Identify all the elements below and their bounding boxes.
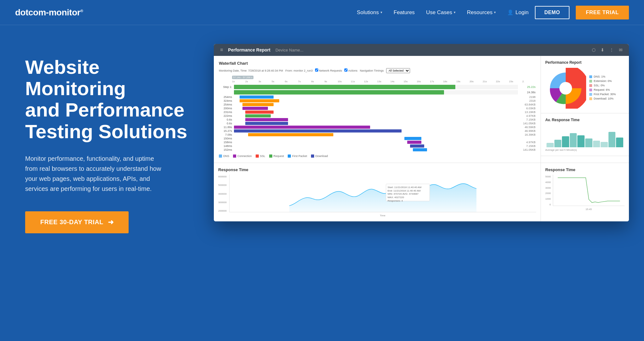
bar-chart-bar [601, 142, 608, 148]
line-chart-svg: Start: 11/21/2018 11:40:40 AM End: 11/21… [229, 175, 536, 212]
pie-legend: DNS: 1% Extension: 0% SSL: 0% Request: 6… [589, 75, 625, 101]
user-icon: 👤 [507, 9, 514, 15]
svg-point-1 [559, 82, 572, 95]
share-icon[interactable]: ⬡ [592, 47, 596, 52]
table-row: 11.89s 46.59KB [219, 126, 536, 129]
line-chart-2-container: 15:45 [553, 175, 625, 211]
table-row: 158ms 4.97KB [219, 141, 536, 144]
logo: dotcom-monitor® [15, 8, 83, 18]
chevron-down-icon: ▾ [454, 10, 456, 14]
nav-resources[interactable]: Resources ▾ [467, 9, 496, 16]
bar-chart-bar [608, 132, 616, 147]
response-time-2-area: 5000 4000 3000 2000 1000 0 [545, 175, 625, 211]
bar-chart-bar [577, 135, 585, 148]
arrow-icon: ➜ [108, 218, 114, 226]
login-label: Login [515, 9, 529, 16]
dashboard-bottom: Response Time 600000 500000 400000 30000… [214, 163, 629, 221]
dashboard-topbar: ≡ Performance Report Device Name... ⬡ ⬇ … [214, 44, 629, 56]
waterfall-title: Waterfall Chart [219, 61, 536, 66]
timescale-row: 1s 2s 3s 5s 6s 7s 8s 9s 10s 11s 12s 13s [219, 80, 536, 83]
nav-links: Solutions ▾ Features Use Cases ▾ Resourc… [357, 9, 496, 16]
menu-icon: ≡ [220, 47, 223, 53]
table-row: 0.6s 141.05KB [219, 122, 536, 125]
line-chart-2-svg [553, 175, 625, 206]
table-row: 0.6s 7.15KB [219, 118, 536, 121]
table-row: 7.09s 16.39KB [219, 133, 536, 136]
bar-chart-subtitle: Average per last 5 Minute(s) [545, 149, 625, 151]
response-time-section-2: Response Time 5000 4000 3000 2000 1000 0 [541, 163, 629, 221]
chevron-down-icon: ▾ [494, 10, 496, 14]
bar-chart-bar [547, 143, 554, 147]
cta-label: FREE 30-DAY TRIAL [40, 219, 103, 226]
waterfall-section: Waterfall Chart Monitoring Date, Time: 7… [214, 56, 541, 163]
hero-left: Website Monitoringand PerformanceTesting… [25, 44, 195, 233]
free-trial-button[interactable]: FREE TRIAL [576, 6, 629, 19]
bar-chart-bar [570, 133, 577, 148]
cta-trial-button[interactable]: FREE 30-DAY TRIAL ➜ [25, 211, 129, 233]
dashboard-title: Performance Report [228, 47, 270, 52]
dashboard-mockup: ≡ Performance Report Device Name... ⬡ ⬇ … [214, 44, 629, 221]
response-time-section-1: Response Time 600000 500000 400000 30000… [214, 163, 541, 221]
nav-features[interactable]: Features [394, 9, 415, 16]
wf-total-row2: 24.38s [219, 90, 536, 95]
x-axis-label-2: 15:45 [553, 208, 625, 211]
nav-solutions[interactable]: Solutions ▾ [357, 9, 382, 16]
demo-button[interactable]: DEMO [535, 6, 569, 19]
table-row: 15.27s 46.99KB [219, 129, 536, 133]
bar-chart-bar [616, 138, 623, 148]
hero-section: Website Monitoringand PerformanceTesting… [0, 25, 644, 308]
bar-chart-area [545, 125, 625, 147]
hero-description: Monitor performance, functionality, and … [25, 154, 195, 194]
pie-area: DNS: 1% Extension: 0% SSL: 0% Request: 6… [545, 68, 625, 109]
nav-auth: 👤 Login DEMO FREE TRIAL [507, 6, 629, 19]
pie-chart-title: Performance Report [545, 60, 625, 65]
wf-total-row1: Step 1: 25.22s [219, 85, 536, 89]
chevron-down-icon: ▾ [380, 10, 382, 14]
y-axis-labels-2: 5000 4000 3000 2000 1000 0 [545, 175, 551, 206]
more-icon[interactable]: ⋮ [609, 47, 614, 52]
close-icon[interactable]: ✉ [619, 47, 623, 52]
bar-chart-bar [562, 136, 569, 147]
login-link[interactable]: 👤 Login [507, 9, 529, 16]
table-row: 254ms 2198 [219, 95, 536, 99]
pie-chart-section: Performance Report [541, 56, 629, 113]
waterfall-legend: DNS Connection SSL Request First Packet … [219, 154, 536, 158]
download-icon[interactable]: ⬇ [601, 47, 604, 52]
svg-text:MIN: 470720 AVG: 4744687: MIN: 470720 AVG: 4744687 [387, 192, 419, 195]
table-row: 222ms 4.97KB [219, 114, 536, 117]
bar-chart-bar [554, 140, 562, 148]
timescale-highlight: 57.14s - 57.266 s [232, 76, 253, 79]
table-row: 152ms 141.05KB [219, 148, 536, 151]
topbar-actions: ⬡ ⬇ ⋮ ✉ [592, 47, 623, 52]
bar-chart-title: Av. Response Time [545, 118, 625, 122]
svg-text:MAX: 4027220: MAX: 4027220 [387, 196, 404, 199]
navbar: dotcom-monitor® Solutions ▾ Features Use… [0, 0, 644, 25]
y-axis-labels: 600000 500000 400000 300000 200000 [218, 175, 227, 212]
svg-text:Start: 11/21/2018 11:40:40 AM: Start: 11/21/2018 11:40:40 AM [387, 186, 421, 189]
line-chart-container: Start: 11/21/2018 11:40:40 AM End: 11/21… [229, 175, 536, 217]
response-time-title-1: Response Time [218, 167, 536, 172]
bar-chart-section: Av. Response Time [541, 113, 629, 156]
bar-chart-bar [585, 138, 592, 147]
table-row: 231ms 13.19KB [219, 111, 536, 114]
svg-text:End: 11/21/2018 11:40:40 AM: End: 11/21/2018 11:40:40 AM [387, 189, 420, 192]
right-panel: Performance Report [541, 56, 629, 163]
nav-use-cases[interactable]: Use Cases ▾ [426, 9, 456, 16]
brand-trademark: ® [80, 8, 83, 13]
x-axis-label: Time [229, 214, 536, 217]
table-row: 200ms 6.03KB [219, 107, 536, 110]
response-time-title-2: Response Time [545, 167, 625, 172]
hero-title: Website Monitoringand PerformanceTesting… [25, 57, 195, 142]
table-row: 150ms [219, 137, 536, 140]
pie-svg [545, 68, 586, 109]
dashboard-body: Waterfall Chart Monitoring Date, Time: 7… [214, 56, 629, 163]
response-time-chart-area: 600000 500000 400000 300000 200000 [218, 175, 536, 217]
waterfall-meta: Monitoring Date, Time: 7/28/2018 at 9:28… [219, 68, 536, 73]
table-row: 148ms 7.15KB [219, 144, 536, 148]
table-row: 324ms 2318 [219, 99, 536, 102]
hero-right: ≡ Performance Report Device Name... ⬡ ⬇ … [214, 44, 629, 221]
brand-name: dotcom-monitor [15, 8, 80, 17]
device-name: Device Name... [275, 48, 303, 52]
svg-text:Responses: 4: Responses: 4 [387, 199, 403, 202]
bar-chart-bar [593, 141, 600, 147]
